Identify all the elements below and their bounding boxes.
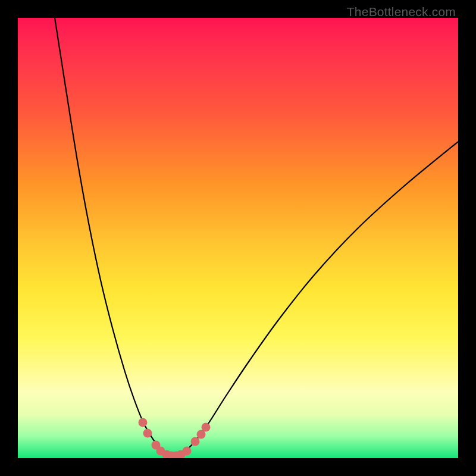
chart-plot-area [18, 18, 458, 458]
chart-svg [18, 18, 458, 458]
highlight-dot [202, 423, 211, 432]
curve-left-curve [55, 18, 173, 457]
curve-right-curve [173, 142, 458, 457]
highlight-dots [139, 418, 211, 459]
highlight-dot [183, 447, 192, 456]
highlight-dot [139, 418, 148, 427]
highlight-dot [191, 437, 200, 446]
highlight-dot [143, 429, 152, 438]
watermark-text: TheBottleneck.com [347, 5, 456, 19]
curve-lines [55, 18, 458, 457]
